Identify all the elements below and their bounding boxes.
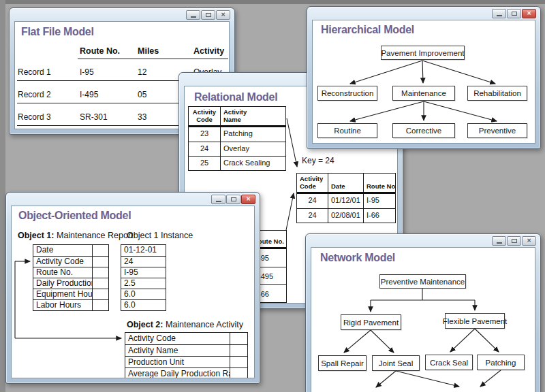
table-row: Date xyxy=(33,245,108,256)
node-level2: Maintenance xyxy=(392,86,455,101)
table-cell: Activity Name xyxy=(125,345,230,356)
hierarchical-content: Hierarchical Model Pavement Improvement … xyxy=(312,20,535,144)
minimize-icon xyxy=(497,15,502,16)
table-row: Average Daily Production Rate xyxy=(125,368,247,378)
object2-label-bold: Object 2: xyxy=(127,320,164,329)
object2-table: Activity Code Activity Name Production U… xyxy=(125,332,248,378)
table-cell: 6.0 xyxy=(121,289,166,299)
table-cell: 24 xyxy=(189,142,220,156)
window-object-oriented-model[interactable]: ✕ Object-Oriented Model Object 1: Mainte… xyxy=(5,192,260,384)
titlebar[interactable]: ✕ xyxy=(306,234,540,247)
table-cell xyxy=(230,345,247,356)
node-level3: Patching xyxy=(477,355,525,370)
table-row: Activity Code xyxy=(125,333,247,344)
activity-table: ActivityCode ActivityName 23 Patching 24… xyxy=(188,106,286,171)
maximize-button[interactable] xyxy=(201,10,215,20)
table-row: 25 Crack Sealing xyxy=(189,156,285,170)
table-cell: 02/08/01 xyxy=(328,209,363,223)
table-row: 24 02/08/01 I-66 xyxy=(297,208,395,223)
table-cell: 24 xyxy=(297,194,328,208)
table-cell xyxy=(92,267,108,278)
node-level3: Crack Seal xyxy=(425,355,473,370)
close-icon: ✕ xyxy=(221,12,225,18)
node-level3: Joint Seal xyxy=(372,355,420,371)
page-title: Network Model xyxy=(320,252,395,264)
node-level2: Rigid Pavement xyxy=(341,314,401,330)
table-cell xyxy=(230,357,247,368)
page-title: Relational Model xyxy=(194,91,277,103)
table-row: 24 01/12/01 I-95 xyxy=(297,194,395,208)
table-row: Route No. xyxy=(33,267,108,278)
column-header-miles: Miles xyxy=(138,46,159,56)
window-hierarchical-model[interactable]: ✕ Hierarchical Model Pavement Improvemen… xyxy=(307,6,541,149)
table-row: Activity Code xyxy=(33,256,108,267)
minimize-button[interactable] xyxy=(492,9,506,18)
table-row: 24 xyxy=(121,256,166,267)
titlebar[interactable]: ✕ xyxy=(6,193,260,206)
table-row: I-95 xyxy=(121,267,166,278)
header-line: Code xyxy=(300,182,316,190)
maximize-button[interactable] xyxy=(507,9,521,18)
maximize-button[interactable] xyxy=(226,195,240,204)
window-network-model[interactable]: ✕ Network Model Preventive Maintenance R… xyxy=(305,233,541,392)
table-cell: Daily Production xyxy=(33,278,92,289)
table-row: Equipment Hours xyxy=(33,289,108,299)
minimize-icon xyxy=(497,242,502,244)
minimize-button[interactable] xyxy=(211,195,225,204)
node-root: Pavement Improvement xyxy=(381,46,465,60)
row-label: Record 1 xyxy=(18,67,51,77)
table-cell: 33 xyxy=(138,112,146,122)
object1-instance-label: Object 1 Instance xyxy=(127,231,193,240)
minimize-icon xyxy=(191,16,196,18)
table-cell: I-95 xyxy=(80,67,94,77)
minimize-button[interactable] xyxy=(492,236,506,246)
table-cell: I-95 xyxy=(363,194,395,208)
header-line: Route No. xyxy=(367,183,395,191)
titlebar[interactable]: ✕ xyxy=(10,8,234,21)
close-button[interactable]: ✕ xyxy=(522,236,536,246)
header-line: Activity xyxy=(300,175,323,182)
table-cell: Date xyxy=(33,245,92,256)
table-cell xyxy=(92,278,108,289)
close-button[interactable]: ✕ xyxy=(216,10,230,20)
node-level3: Spall Repair xyxy=(318,355,367,371)
header-line: Code xyxy=(196,116,213,123)
table-cell: 01/12/01 xyxy=(328,194,363,208)
column-header-route: Route No. xyxy=(80,46,120,56)
table-cell: Average Daily Production Rate xyxy=(125,368,230,378)
table-row: Production Unit xyxy=(125,356,247,368)
close-button[interactable]: ✕ xyxy=(522,9,536,18)
object1-instance-table: 01-12-01 24 I-95 2.5 6.0 6.0 xyxy=(121,244,166,311)
table-row: 01-12-01 xyxy=(121,245,166,256)
minimize-button[interactable] xyxy=(186,10,200,20)
desktop: ✕ Flat File Model Route No. Miles Activi… xyxy=(0,0,545,392)
close-icon: ✕ xyxy=(527,11,531,16)
table-cell: 25 xyxy=(189,157,220,170)
page-title: Hierarchical Model xyxy=(321,24,414,36)
header-line: Activity xyxy=(193,108,216,116)
minimize-icon xyxy=(216,201,221,202)
desktop-top-strip xyxy=(0,0,545,4)
table-cell: 01-12-01 xyxy=(121,245,166,256)
table-cell xyxy=(230,333,247,344)
maximize-button[interactable] xyxy=(507,236,521,246)
node-level2: Reconstruction xyxy=(317,86,377,101)
object1-label-name: Maintenance Report xyxy=(54,231,134,240)
maximize-icon xyxy=(512,239,517,243)
table-cell: Equipment Hours xyxy=(33,289,92,299)
node-level2: Rehabilitation xyxy=(467,86,527,101)
table-cell: Activity Code xyxy=(33,257,92,267)
table-cell: Crack Sealing xyxy=(220,157,285,170)
header-line: Activity xyxy=(223,108,247,116)
table-cell: 24 xyxy=(121,257,166,267)
titlebar[interactable]: ✕ xyxy=(307,7,540,20)
table-row: 23 Patching xyxy=(189,127,285,142)
close-button[interactable]: ✕ xyxy=(241,195,255,204)
column-header-activity: Activity xyxy=(193,46,224,56)
header-line: Date xyxy=(331,183,345,191)
node-root: Preventive Maintenance xyxy=(379,274,466,289)
row-label: Record 2 xyxy=(18,90,51,99)
header-line: Name xyxy=(223,116,241,123)
table-cell xyxy=(92,257,108,267)
table-cell: 05 xyxy=(138,90,146,99)
